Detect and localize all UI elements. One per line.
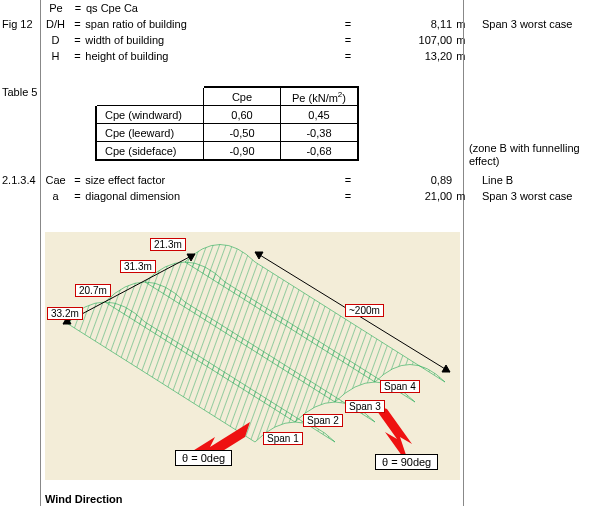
label-span2: Span 2: [303, 414, 343, 427]
cell-label: Cpe (sideface): [96, 142, 204, 161]
theta-0: θ = 0deg: [175, 450, 232, 466]
equals: =: [294, 18, 403, 30]
equals: =: [294, 174, 403, 186]
cell-cpe: 0,60: [204, 106, 281, 124]
gridline-left: [40, 0, 41, 506]
dim-21-3: 21.3m: [150, 238, 186, 251]
cell-pe: -0,38: [281, 124, 359, 142]
desc: diagonal dimension: [85, 190, 293, 202]
label-span4: Span 4: [380, 380, 420, 393]
building-diagram: 21.3m 31.3m 20.7m 33.2m ~200m Span 1 Spa…: [45, 232, 460, 480]
val: 0,89: [403, 174, 455, 186]
equals: =: [69, 50, 85, 62]
equals: =: [294, 190, 403, 202]
row-a: a = diagonal dimension = 21,00 m Span 3 …: [0, 188, 601, 204]
desc: size effect factor: [85, 174, 293, 186]
label-span3: Span 3: [345, 400, 385, 413]
cell-pe: 0,45: [281, 106, 359, 124]
equals: =: [294, 34, 403, 46]
cell-cpe: -0,90: [204, 142, 281, 161]
table-row: Cpe (sideface) -0,90 -0,68: [96, 142, 358, 161]
table-row-header: Cpe Pe (kN/m2): [96, 87, 358, 106]
row-cae: 2.1.3.4 Cae = size effect factor = 0,89 …: [0, 172, 601, 188]
val: 8,11: [403, 18, 455, 30]
theta-90: θ = 90deg: [375, 454, 438, 470]
cell-label: Cpe (leeward): [96, 124, 204, 142]
table5-ref: Table 5: [2, 86, 37, 98]
hdr-cpe: Cpe: [204, 87, 281, 106]
sym: Pe: [42, 2, 70, 14]
equals: =: [294, 50, 403, 62]
dim-31-3: 31.3m: [120, 260, 156, 273]
wind-direction-caption: Wind Direction: [45, 493, 123, 505]
val: 107,00: [403, 34, 455, 46]
desc: qs Cpe Ca: [86, 2, 296, 14]
unit: m: [454, 34, 476, 46]
row-pe: Pe = qs Cpe Ca: [0, 0, 601, 16]
row-d: D = width of building = 107,00 m: [0, 32, 601, 48]
hdr-pe: Pe (kN/m2): [281, 87, 359, 106]
sym: D: [42, 34, 70, 46]
equals: =: [69, 34, 85, 46]
equals: =: [70, 2, 86, 14]
val: 13,20: [403, 50, 455, 62]
unit: m: [454, 50, 476, 62]
dim-200m: ~200m: [345, 304, 384, 317]
unit: m: [454, 190, 476, 202]
note: Span 3 worst case: [476, 190, 601, 202]
cell-pe: -0,68: [281, 142, 359, 161]
equals: =: [69, 174, 85, 186]
ref: 2.1.3.4: [0, 174, 42, 186]
note: Span 3 worst case: [476, 18, 601, 30]
sym: D/H: [42, 18, 70, 30]
cell-cpe: -0,50: [204, 124, 281, 142]
val: 21,00: [403, 190, 455, 202]
table-row: Cpe (windward) 0,60 0,45: [96, 106, 358, 124]
table-row: Cpe (leeward) -0,50 -0,38: [96, 124, 358, 142]
note-zone-b: (zone B with funnelling effect): [469, 142, 589, 168]
page: Pe = qs Cpe Ca Fig 12 D/H = span ratio o…: [0, 0, 601, 506]
equals: =: [69, 190, 85, 202]
cell-label: Cpe (windward): [96, 106, 204, 124]
note: Line B: [476, 174, 601, 186]
gridline-right: [463, 0, 464, 506]
dim-20-7: 20.7m: [75, 284, 111, 297]
ref: Fig 12: [0, 18, 42, 30]
label-span1: Span 1: [263, 432, 303, 445]
svg-marker-2: [255, 252, 263, 259]
svg-marker-3: [442, 365, 450, 372]
unit: m: [454, 18, 476, 30]
row-dh: Fig 12 D/H = span ratio of building = 8,…: [0, 16, 601, 32]
sym: a: [42, 190, 70, 202]
roof-svg: [45, 232, 460, 480]
desc: height of building: [85, 50, 293, 62]
desc: span ratio of building: [85, 18, 293, 30]
sym: Cae: [42, 174, 70, 186]
row-h: H = height of building = 13,20 m: [0, 48, 601, 64]
sym: H: [42, 50, 70, 62]
desc: width of building: [85, 34, 293, 46]
equals: =: [69, 18, 85, 30]
cpe-table: Cpe Pe (kN/m2) Cpe (windward) 0,60 0,45 …: [95, 86, 359, 161]
dim-33-2: 33.2m: [47, 307, 83, 320]
